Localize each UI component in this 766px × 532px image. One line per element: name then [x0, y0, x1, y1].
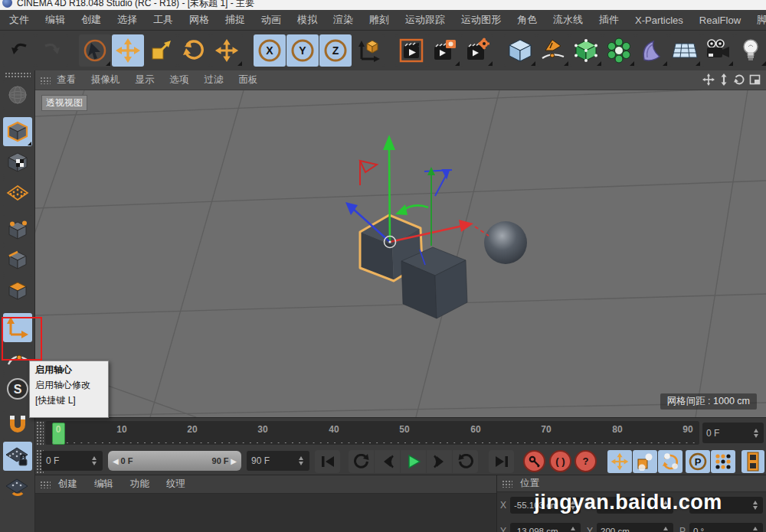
keyframe-options-button[interactable]: ? — [574, 450, 597, 472]
undo-button[interactable] — [3, 34, 35, 67]
menu-motion-tracker[interactable]: 运动跟踪 — [405, 13, 445, 27]
key-parameter-toggle[interactable]: P — [686, 450, 710, 473]
render-view-button[interactable] — [395, 34, 427, 67]
generator-array-button[interactable] — [603, 34, 635, 67]
timeline-ruler[interactable]: 0 10 20 30 40 50 60 70 80 90 — [45, 421, 699, 445]
view-label[interactable]: 透视视图 — [41, 95, 87, 111]
material-menu-function[interactable]: 功能 — [130, 478, 149, 491]
lock-z-axis-button[interactable]: Z — [319, 34, 352, 67]
timeline-grip[interactable] — [36, 421, 44, 446]
rotate-tool[interactable] — [178, 34, 210, 67]
rot-p-spinner[interactable] — [752, 526, 759, 532]
lock-y-axis-button[interactable]: Y — [286, 34, 319, 67]
coordinate-system-button[interactable] — [352, 34, 385, 67]
play-button[interactable] — [401, 450, 426, 473]
menu-realflow[interactable]: RealFlow — [699, 15, 741, 26]
align-workplane-button[interactable] — [3, 472, 32, 501]
range-end-spinner[interactable] — [298, 455, 305, 466]
subdivision-surface-button[interactable] — [570, 34, 602, 67]
pivot-point[interactable] — [385, 237, 396, 248]
goto-end-button[interactable] — [489, 450, 514, 473]
viewport-menu-panel[interactable]: 面板 — [239, 73, 258, 86]
range-end-input[interactable]: 90 F — [247, 451, 309, 471]
render-settings-button[interactable] — [461, 34, 493, 67]
texture-mode-button[interactable] — [3, 148, 32, 177]
material-menu-grip[interactable] — [40, 481, 51, 488]
previous-key-button[interactable] — [349, 450, 374, 473]
viewport-menu-grip[interactable] — [40, 77, 51, 84]
menu-script[interactable]: 脚本 — [757, 13, 766, 27]
lock-x-axis-button[interactable]: X — [254, 34, 286, 67]
viewport-rotate-icon[interactable] — [732, 73, 746, 86]
menu-plugins[interactable]: 插件 — [599, 13, 619, 27]
viewport-menu-cameras[interactable]: 摄像机 — [91, 73, 120, 86]
pos-y-spinner[interactable] — [570, 526, 577, 532]
frame-spinner[interactable] — [753, 428, 760, 439]
lock-workplane-button[interactable] — [3, 442, 32, 471]
viewport-menu-options[interactable]: 选项 — [170, 73, 189, 86]
key-rotation-toggle[interactable] — [658, 450, 683, 473]
current-frame-input[interactable]: 0 F — [702, 423, 764, 443]
size-y-input[interactable]: 200 cm — [597, 523, 673, 532]
goto-start-button[interactable] — [315, 450, 340, 473]
menu-pipeline[interactable]: 流水线 — [553, 13, 583, 27]
edges-mode-button[interactable] — [3, 246, 32, 275]
timeline-range-slider[interactable]: ◀ 0 F 90 F ▶ — [108, 451, 241, 471]
rot-p-input[interactable]: 0 ° — [689, 523, 763, 532]
menu-xparticles[interactable]: X-Particles — [635, 15, 683, 26]
plane-handle-red[interactable] — [360, 161, 377, 185]
live-selection-tool[interactable] — [79, 34, 111, 67]
scale-tool[interactable] — [145, 34, 177, 67]
viewport-menu-display[interactable]: 显示 — [136, 73, 155, 86]
pos-y-input[interactable]: -13.098 cm — [510, 523, 581, 532]
menu-animate[interactable]: 动画 — [261, 13, 281, 27]
floor-environment-button[interactable] — [669, 34, 701, 67]
material-menu-edit[interactable]: 编辑 — [94, 478, 113, 491]
material-menu-create[interactable]: 创建 — [58, 478, 77, 491]
viewport-pan-icon[interactable] — [702, 73, 715, 86]
menu-create[interactable]: 创建 — [81, 13, 101, 27]
model-mode-button[interactable] — [3, 117, 32, 146]
redo-button[interactable] — [36, 34, 68, 67]
menu-simulate[interactable]: 模拟 — [297, 13, 317, 27]
make-editable-button[interactable] — [3, 80, 32, 109]
menu-character[interactable]: 角色 — [517, 13, 537, 27]
record-keyframe-button[interactable] — [523, 450, 545, 472]
previous-frame-button[interactable] — [375, 450, 400, 473]
camera-button[interactable] — [702, 34, 734, 67]
key-scale-toggle[interactable] — [633, 450, 657, 473]
range-start-spinner[interactable] — [91, 455, 98, 466]
menu-sculpt[interactable]: 雕刻 — [369, 13, 389, 27]
menu-mograph[interactable]: 运动图形 — [461, 13, 501, 27]
next-frame-button[interactable] — [427, 450, 452, 473]
menu-file[interactable]: 文件 — [9, 13, 29, 27]
material-menu-texture[interactable]: 纹理 — [166, 478, 185, 491]
menu-tools[interactable]: 工具 — [153, 13, 173, 27]
deformer-bend-button[interactable] — [636, 34, 668, 67]
render-picture-viewer-button[interactable] — [428, 34, 460, 67]
menu-edit[interactable]: 编辑 — [45, 13, 65, 27]
viewport-menu-filter[interactable]: 过滤 — [205, 73, 224, 86]
points-mode-button[interactable] — [3, 215, 32, 244]
menu-mesh[interactable]: 网格 — [189, 13, 209, 27]
viewport-solo-button[interactable]: S — [3, 374, 32, 403]
primitive-cube-button[interactable] — [504, 34, 536, 67]
z-axis-handle[interactable] — [345, 202, 358, 215]
light-button[interactable] — [735, 34, 766, 67]
menu-snap[interactable]: 捕捉 — [225, 13, 245, 27]
y-axis-handle[interactable] — [383, 135, 395, 150]
last-used-tool[interactable] — [211, 34, 243, 67]
spline-pen-button[interactable] — [537, 34, 569, 67]
viewport-zoom-icon[interactable] — [717, 73, 731, 86]
polygons-mode-button[interactable] — [3, 276, 32, 305]
coordinates-grip[interactable] — [502, 480, 512, 488]
sphere-object[interactable] — [484, 221, 527, 264]
perspective-viewport[interactable]: 查看 摄像机 显示 选项 过滤 面板 透视视图 网格间距 : 1000 cm — [35, 70, 766, 417]
sidebar-grip[interactable] — [5, 72, 31, 78]
enable-snap-button[interactable] — [3, 411, 32, 440]
viewport-toggle-icon[interactable] — [748, 73, 761, 86]
next-key-button[interactable] — [453, 450, 478, 473]
viewport-menu-view[interactable]: 查看 — [57, 73, 76, 86]
size-y-spinner[interactable] — [663, 526, 669, 532]
scene-3d[interactable] — [35, 90, 766, 417]
